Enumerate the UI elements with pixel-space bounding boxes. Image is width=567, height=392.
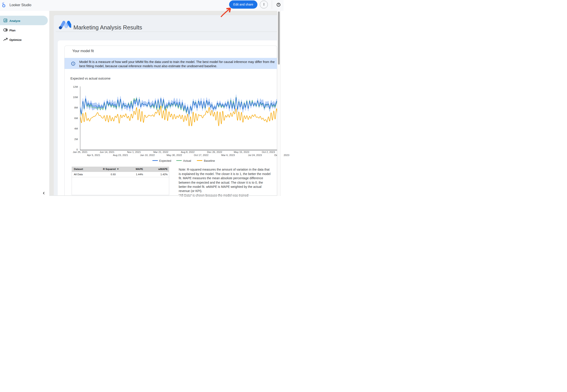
svg-text:?: ?: [278, 3, 279, 6]
